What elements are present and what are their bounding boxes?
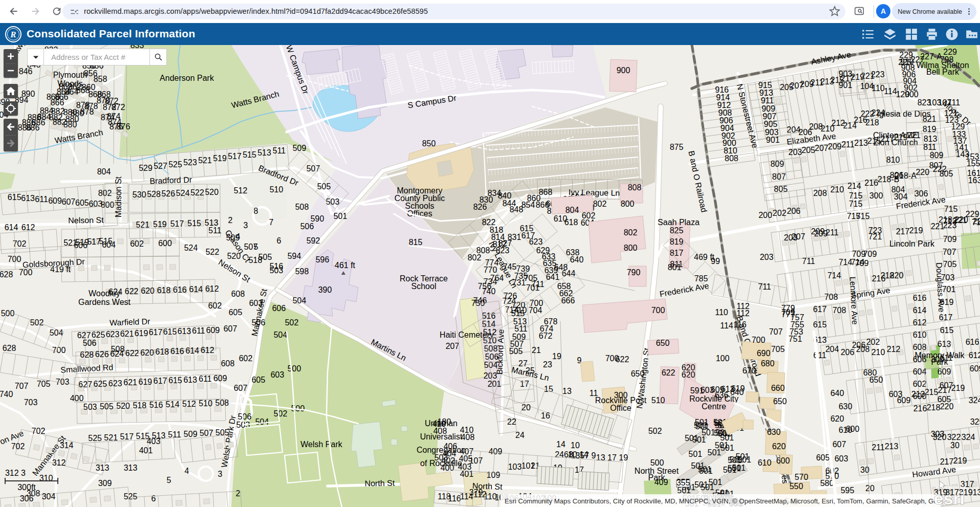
svg-text:804: 804 <box>97 167 111 176</box>
svg-text:819: 819 <box>670 237 684 246</box>
svg-text:903: 903 <box>839 70 853 78</box>
svg-text:504: 504 <box>274 330 288 339</box>
svg-text:705: 705 <box>37 380 51 388</box>
svg-text:819: 819 <box>923 125 937 134</box>
svg-text:216: 216 <box>913 404 927 413</box>
svg-text:215: 215 <box>925 388 939 396</box>
svg-text:804: 804 <box>565 206 579 214</box>
svg-text:630: 630 <box>839 402 853 411</box>
svg-text:715: 715 <box>944 205 958 213</box>
svg-text:114: 114 <box>720 321 733 330</box>
svg-text:800: 800 <box>621 200 635 208</box>
svg-text:507: 507 <box>307 164 320 173</box>
svg-text:707: 707 <box>769 327 783 336</box>
svg-text:614: 614 <box>5 223 18 232</box>
svg-text:526: 526 <box>161 189 175 198</box>
svg-text:640: 640 <box>831 389 844 398</box>
svg-text:207: 207 <box>792 232 805 241</box>
svg-text:217: 217 <box>896 227 910 236</box>
svg-text:620: 620 <box>831 414 844 423</box>
svg-text:666: 666 <box>561 296 575 305</box>
svg-text:882: 882 <box>53 118 67 126</box>
svg-text:872: 872 <box>112 103 125 112</box>
svg-text:680: 680 <box>761 359 775 368</box>
svg-text:530: 530 <box>133 190 146 199</box>
svg-text:212: 212 <box>887 345 901 354</box>
svg-text:esri: esri <box>934 489 965 507</box>
svg-text:306: 306 <box>20 494 34 503</box>
svg-text:550: 550 <box>790 482 803 491</box>
svg-text:401: 401 <box>139 446 153 455</box>
svg-text:509: 509 <box>293 144 307 152</box>
svg-text:625: 625 <box>94 380 107 388</box>
svg-text:155: 155 <box>967 159 980 168</box>
svg-text:868: 868 <box>539 188 553 196</box>
svg-text:Warfield Dr: Warfield Dr <box>110 317 151 327</box>
svg-text:595: 595 <box>841 486 855 495</box>
svg-text:218: 218 <box>927 403 941 412</box>
svg-text:110: 110 <box>715 308 728 317</box>
svg-text:6: 6 <box>277 236 281 245</box>
svg-text:620: 620 <box>772 442 786 451</box>
svg-text:607: 607 <box>224 324 237 333</box>
svg-text:875: 875 <box>670 143 684 151</box>
svg-text:300: 300 <box>869 191 883 200</box>
svg-text:520: 520 <box>205 188 219 196</box>
svg-text:409: 409 <box>655 478 668 487</box>
svg-text:715: 715 <box>849 200 863 208</box>
svg-text:219: 219 <box>909 226 923 235</box>
svg-text:520: 520 <box>116 402 130 410</box>
svg-text:5: 5 <box>167 476 171 484</box>
svg-text:707: 707 <box>943 248 956 256</box>
svg-text:4: 4 <box>185 467 189 475</box>
svg-text:850: 850 <box>422 139 436 148</box>
svg-text:609: 609 <box>48 196 62 205</box>
svg-text:517: 517 <box>228 152 242 161</box>
svg-text:North St: North St <box>364 478 395 488</box>
svg-text:101: 101 <box>521 461 535 470</box>
svg-text:Bickford Ave: Bickford Ave <box>495 329 505 374</box>
svg-text:644: 644 <box>562 269 576 278</box>
svg-text:213: 213 <box>885 442 899 451</box>
svg-text:615: 615 <box>8 193 21 202</box>
svg-text:314: 314 <box>60 441 74 450</box>
svg-text:2: 2 <box>236 489 241 498</box>
svg-text:528: 528 <box>147 190 161 199</box>
svg-text:501: 501 <box>685 434 699 443</box>
svg-text:610: 610 <box>758 458 772 467</box>
svg-text:111: 111 <box>948 98 960 107</box>
svg-text:220: 220 <box>890 271 904 280</box>
svg-text:831: 831 <box>508 233 521 241</box>
svg-text:19: 19 <box>552 352 561 361</box>
svg-text:618: 618 <box>156 347 169 356</box>
svg-text:611: 611 <box>199 374 212 383</box>
svg-text:204: 204 <box>825 345 839 354</box>
svg-text:304: 304 <box>894 192 908 201</box>
svg-text:605: 605 <box>229 308 243 317</box>
svg-text:622: 622 <box>662 368 676 377</box>
svg-text:700: 700 <box>530 299 543 307</box>
svg-text:620: 620 <box>141 286 155 295</box>
svg-text:650: 650 <box>631 369 645 378</box>
svg-text:224: 224 <box>872 108 885 117</box>
svg-text:603: 603 <box>835 454 848 463</box>
svg-text:Bradford Dr: Bradford Dr <box>149 175 192 186</box>
svg-text:627: 627 <box>78 380 92 389</box>
svg-text:210: 210 <box>872 348 885 357</box>
svg-text:602: 602 <box>208 301 222 310</box>
svg-text:901: 901 <box>766 136 780 144</box>
svg-text:8: 8 <box>254 207 258 215</box>
svg-text:501: 501 <box>688 450 702 458</box>
svg-text:514: 514 <box>166 400 180 409</box>
svg-text:807: 807 <box>929 161 943 170</box>
svg-text:116: 116 <box>448 494 461 503</box>
svg-text:596: 596 <box>316 255 330 264</box>
svg-text:Woods: Woods <box>57 79 83 88</box>
svg-text:802: 802 <box>468 253 482 262</box>
svg-text:502: 502 <box>30 318 44 327</box>
svg-text:711: 711 <box>802 257 815 266</box>
svg-text:606: 606 <box>272 304 286 313</box>
svg-text:616: 616 <box>913 294 927 302</box>
svg-text:901: 901 <box>839 81 853 90</box>
svg-text:508: 508 <box>215 399 229 407</box>
